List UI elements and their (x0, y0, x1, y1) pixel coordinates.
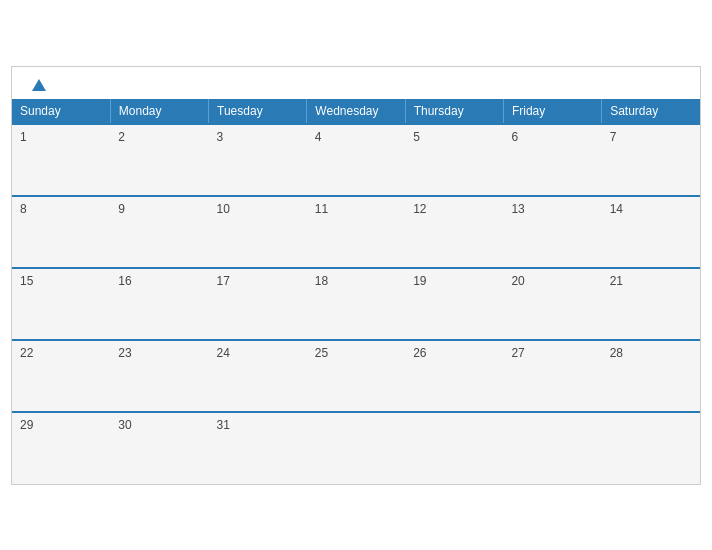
day-number: 30 (118, 418, 131, 432)
calendar-week-row: 891011121314 (12, 196, 700, 268)
calendar-day-cell: 27 (503, 340, 601, 412)
day-number: 5 (413, 130, 420, 144)
weekday-header-wednesday: Wednesday (307, 99, 405, 124)
day-number: 4 (315, 130, 322, 144)
calendar-day-cell: 16 (110, 268, 208, 340)
calendar-day-cell: 29 (12, 412, 110, 484)
calendar-header (12, 67, 700, 99)
logo-triangle-icon (32, 79, 46, 91)
calendar-day-cell: 12 (405, 196, 503, 268)
calendar-day-cell: 14 (602, 196, 700, 268)
calendar-day-cell: 13 (503, 196, 601, 268)
day-number: 3 (217, 130, 224, 144)
calendar-day-cell: 10 (209, 196, 307, 268)
calendar-day-cell: 2 (110, 124, 208, 196)
day-number: 9 (118, 202, 125, 216)
calendar-day-cell: 15 (12, 268, 110, 340)
day-number: 20 (511, 274, 524, 288)
calendar-day-cell: 19 (405, 268, 503, 340)
calendar-week-row: 1234567 (12, 124, 700, 196)
calendar-day-cell: 22 (12, 340, 110, 412)
calendar-day-cell: 26 (405, 340, 503, 412)
calendar-body: 1234567891011121314151617181920212223242… (12, 124, 700, 484)
calendar-day-cell: 5 (405, 124, 503, 196)
day-number: 2 (118, 130, 125, 144)
day-number: 28 (610, 346, 623, 360)
weekday-header-saturday: Saturday (602, 99, 700, 124)
day-number: 29 (20, 418, 33, 432)
day-number: 19 (413, 274, 426, 288)
day-number: 25 (315, 346, 328, 360)
day-number: 23 (118, 346, 131, 360)
calendar-day-cell (405, 412, 503, 484)
calendar-day-cell: 20 (503, 268, 601, 340)
weekday-header-sunday: Sunday (12, 99, 110, 124)
weekday-header-friday: Friday (503, 99, 601, 124)
day-number: 18 (315, 274, 328, 288)
day-number: 22 (20, 346, 33, 360)
day-number: 27 (511, 346, 524, 360)
calendar-day-cell: 18 (307, 268, 405, 340)
weekday-header-monday: Monday (110, 99, 208, 124)
day-number: 8 (20, 202, 27, 216)
calendar-day-cell: 23 (110, 340, 208, 412)
calendar-grid: SundayMondayTuesdayWednesdayThursdayFrid… (12, 99, 700, 484)
day-number: 12 (413, 202, 426, 216)
calendar-day-cell: 1 (12, 124, 110, 196)
day-number: 31 (217, 418, 230, 432)
weekday-header-thursday: Thursday (405, 99, 503, 124)
day-number: 10 (217, 202, 230, 216)
day-number: 13 (511, 202, 524, 216)
calendar-day-cell: 6 (503, 124, 601, 196)
day-number: 24 (217, 346, 230, 360)
calendar-day-cell: 30 (110, 412, 208, 484)
calendar-weekday-header: SundayMondayTuesdayWednesdayThursdayFrid… (12, 99, 700, 124)
calendar-day-cell: 21 (602, 268, 700, 340)
day-number: 7 (610, 130, 617, 144)
calendar-day-cell (307, 412, 405, 484)
calendar-day-cell: 9 (110, 196, 208, 268)
calendar-day-cell: 7 (602, 124, 700, 196)
calendar-day-cell: 17 (209, 268, 307, 340)
day-number: 6 (511, 130, 518, 144)
calendar-day-cell: 11 (307, 196, 405, 268)
calendar-day-cell: 4 (307, 124, 405, 196)
day-number: 14 (610, 202, 623, 216)
calendar-week-row: 293031 (12, 412, 700, 484)
calendar-week-row: 22232425262728 (12, 340, 700, 412)
calendar-day-cell: 24 (209, 340, 307, 412)
calendar-container: SundayMondayTuesdayWednesdayThursdayFrid… (11, 66, 701, 485)
day-number: 1 (20, 130, 27, 144)
day-number: 15 (20, 274, 33, 288)
calendar-day-cell: 3 (209, 124, 307, 196)
calendar-day-cell (503, 412, 601, 484)
calendar-day-cell (602, 412, 700, 484)
weekday-header-tuesday: Tuesday (209, 99, 307, 124)
calendar-day-cell: 31 (209, 412, 307, 484)
calendar-day-cell: 25 (307, 340, 405, 412)
calendar-day-cell: 28 (602, 340, 700, 412)
logo (28, 79, 46, 91)
calendar-day-cell: 8 (12, 196, 110, 268)
day-number: 17 (217, 274, 230, 288)
day-number: 26 (413, 346, 426, 360)
calendar-week-row: 15161718192021 (12, 268, 700, 340)
day-number: 11 (315, 202, 328, 216)
day-number: 21 (610, 274, 623, 288)
day-number: 16 (118, 274, 131, 288)
